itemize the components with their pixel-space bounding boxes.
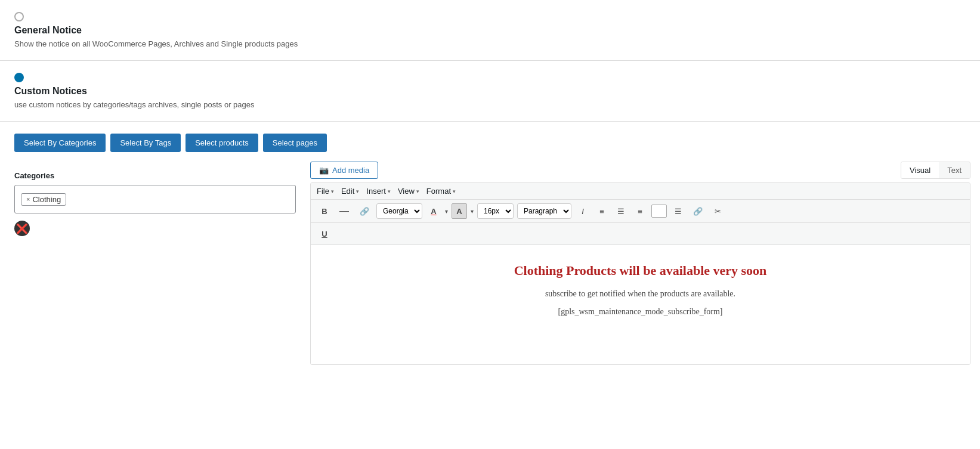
toolbar-underline-button[interactable]: U [317,226,332,241]
toolbar-color-box-button[interactable] [651,205,667,218]
right-panel: 📷 Add media Visual Text File ▾ E [310,162,980,365]
custom-notices-title: Custom Notices [14,86,966,97]
visual-text-tabs: Visual Text [901,162,970,179]
select-by-tags-button[interactable]: Select By Tags [110,134,181,152]
button-bar: Select By Categories Select By Tags Sele… [0,122,980,162]
toolbar-bold-button[interactable]: B [317,203,332,219]
editor-subtext: subscribe to get notified when the produ… [335,289,946,299]
menu-format[interactable]: Format ▾ [426,187,456,196]
toolbar-link-button[interactable]: 🔗 [356,203,373,219]
clothing-chip[interactable]: × Clothing [21,193,66,206]
main-content: Categories × Clothing ❌ 📷 Add media Visu… [0,162,980,377]
toolbar-hyperlink-button[interactable]: 🔗 [690,203,706,219]
custom-notices-desc: use custom notices by categories/tags ar… [14,100,966,109]
custom-notices-section: Custom Notices use custom notices by cat… [0,61,980,122]
chip-label: Clothing [32,195,61,204]
editor-shortcode: [gpls_wsm_maintenance_mode_subscribe_for… [335,307,946,317]
page-wrapper: General Notice Show the notice on all Wo… [0,0,980,449]
add-media-icon: 📷 [319,166,329,175]
toolbar-bg-color-button[interactable]: A [452,203,467,219]
menu-file[interactable]: File ▾ [317,187,334,196]
categories-input-box[interactable]: × Clothing [14,185,296,213]
insert-arrow-icon: ▾ [388,188,391,194]
toolbar-unordered-list-button[interactable]: ☰ [613,203,629,219]
general-notice-radio[interactable] [14,12,24,21]
menu-view[interactable]: View ▾ [398,187,419,196]
toolbar-font-select[interactable]: Georgia [376,203,422,219]
general-notice-title: General Notice [14,25,966,36]
file-arrow-icon: ▾ [331,188,334,194]
remove-button[interactable]: ❌ [14,221,30,236]
toolbar-paragraph-select[interactable]: Paragraph [517,203,571,219]
toolbar-ordered-list-button[interactable]: ≡ [594,203,610,219]
toolbar-italic-button[interactable]: I [575,203,591,219]
menu-edit[interactable]: Edit ▾ [341,187,359,196]
toolbar-fontsize-select[interactable]: 16px [477,203,514,219]
menu-insert[interactable]: Insert ▾ [366,187,391,196]
general-notice-desc: Show the notice on all WooCommerce Pages… [14,39,966,48]
chip-remove-icon[interactable]: × [26,196,30,203]
toolbar-align-button[interactable]: ≡ [632,203,648,219]
bg-color-arrow[interactable]: ▾ [471,208,474,215]
left-panel: Categories × Clothing ❌ [0,162,310,365]
select-by-categories-button[interactable]: Select By Categories [14,134,106,152]
editor-heading: Clothing Products will be available very… [335,263,946,278]
toolbar-justify-button[interactable]: ☰ [670,203,686,219]
add-media-button[interactable]: 📷 Add media [310,162,378,179]
toolbar-unlink-button[interactable]: ✂ [710,203,725,219]
toolbar-font-color-button[interactable]: A [426,203,441,219]
categories-label: Categories [14,171,296,180]
add-media-label: Add media [332,166,369,175]
editor-container: File ▾ Edit ▾ Insert ▾ View ▾ [310,182,970,365]
visual-tab[interactable]: Visual [901,162,939,178]
select-products-button[interactable]: Select products [186,134,258,152]
edit-arrow-icon: ▾ [356,188,359,194]
view-arrow-icon: ▾ [416,188,419,194]
toolbar-dash-button[interactable]: — [336,203,353,219]
format-arrow-icon: ▾ [453,188,456,194]
general-notice-section: General Notice Show the notice on all Wo… [0,0,980,61]
editor-toolbar-row2: U [311,223,970,245]
editor-topbar: 📷 Add media Visual Text [310,162,970,179]
editor-body[interactable]: Clothing Products will be available very… [311,245,970,364]
editor-toolbar-row1: B — 🔗 Georgia A ▾ A ▾ 16px [311,200,970,223]
text-tab[interactable]: Text [939,162,970,178]
select-pages-button[interactable]: Select pages [263,134,327,152]
editor-menubar: File ▾ Edit ▾ Insert ▾ View ▾ [311,183,970,200]
custom-notices-radio[interactable] [14,73,24,82]
font-color-arrow[interactable]: ▾ [445,208,448,215]
